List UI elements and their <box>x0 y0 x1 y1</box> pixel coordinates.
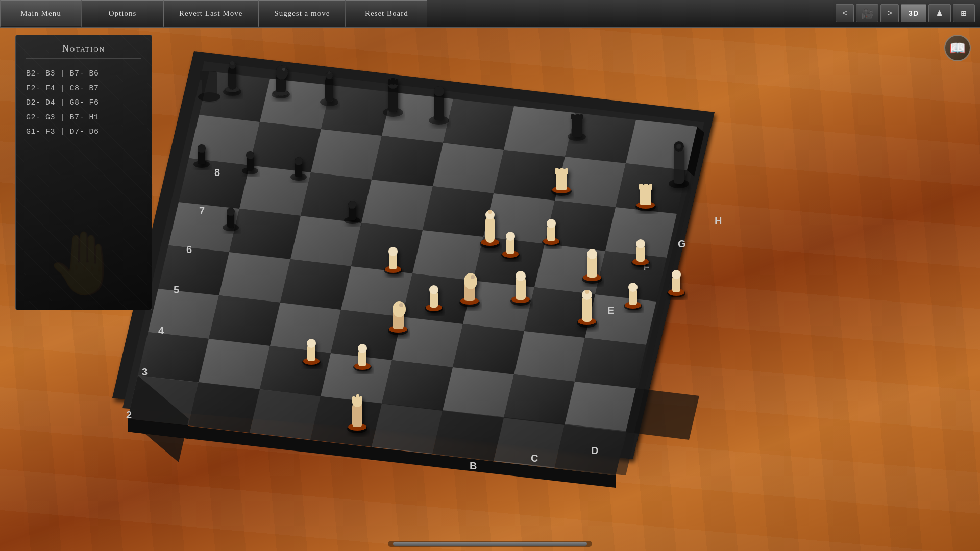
svg-rect-104 <box>325 77 333 102</box>
svg-rect-119 <box>576 114 580 119</box>
main-menu-button[interactable]: Main Menu <box>0 0 82 27</box>
menu-bar: Main Menu Options Revert Last Move Sugge… <box>0 0 980 28</box>
svg-marker-56 <box>504 374 575 425</box>
svg-point-101 <box>276 65 288 80</box>
svg-marker-3 <box>260 79 331 129</box>
svg-rect-108 <box>388 85 398 112</box>
svg-rect-222 <box>565 168 568 174</box>
book-icon-button[interactable]: 📖 <box>944 35 971 61</box>
svg-rect-111 <box>391 78 395 85</box>
svg-marker-34 <box>158 245 229 295</box>
notation-move-3: D2- D4 | G8- F6 <box>26 96 141 111</box>
svg-point-206 <box>628 283 638 292</box>
svg-text:H: H <box>715 215 722 227</box>
svg-rect-112 <box>395 79 398 85</box>
hand-decoration: 🤚 <box>45 228 122 299</box>
checkerboard-icon: ⊞ <box>961 9 967 17</box>
options-button[interactable]: Options <box>82 0 163 27</box>
svg-marker-18 <box>179 158 250 209</box>
notation-move-1: B2- B3 | B7- B6 <box>26 67 141 82</box>
chess-board-svg[interactable]: // This is inline data for SVG generatio… <box>51 10 740 500</box>
3d-mode-button[interactable]: 3D <box>901 4 926 22</box>
scrollbar-thumb[interactable] <box>393 542 587 546</box>
svg-point-92 <box>198 92 220 102</box>
svg-text:6: 6 <box>186 244 192 255</box>
svg-marker-22 <box>423 186 494 237</box>
svg-point-127 <box>198 144 206 153</box>
svg-marker-6 <box>443 99 514 150</box>
svg-text:7: 7 <box>199 205 205 216</box>
nav-forward-button[interactable]: > <box>880 4 899 22</box>
svg-marker-29 <box>351 223 423 273</box>
nav-back-button[interactable]: < <box>836 4 854 22</box>
svg-text:8: 8 <box>214 167 220 178</box>
svg-rect-214 <box>639 184 643 190</box>
svg-rect-91 <box>212 71 216 80</box>
svg-rect-122 <box>674 148 684 184</box>
svg-rect-157 <box>352 396 355 403</box>
svg-marker-9 <box>626 120 697 170</box>
svg-point-189 <box>516 271 526 281</box>
svg-rect-179 <box>485 216 495 243</box>
svg-marker-48 <box>514 331 585 382</box>
svg-point-193 <box>587 249 597 259</box>
svg-point-202 <box>585 290 589 294</box>
svg-text:G: G <box>678 238 686 249</box>
svg-marker-54 <box>382 360 453 411</box>
svg-point-181 <box>488 210 492 214</box>
svg-rect-158 <box>356 394 359 403</box>
right-controls: < 🎥 > 3D ♟ ⊞ <box>836 0 980 27</box>
svg-marker-11 <box>250 122 321 172</box>
svg-point-167 <box>388 247 398 256</box>
svg-marker-41 <box>585 294 656 345</box>
svg-marker-30 <box>412 230 483 281</box>
svg-rect-90 <box>206 71 210 80</box>
svg-rect-220 <box>555 168 559 174</box>
svg-point-171 <box>464 273 477 289</box>
board-icon-button[interactable]: ⊞ <box>953 4 975 22</box>
svg-point-133 <box>295 157 303 165</box>
svg-marker-55 <box>443 367 514 418</box>
svg-marker-7 <box>504 106 575 157</box>
svg-marker-50 <box>138 332 209 382</box>
svg-marker-51 <box>199 339 270 389</box>
svg-point-102 <box>282 68 285 71</box>
svg-marker-36 <box>280 259 351 310</box>
camera-button[interactable]: 🎥 <box>856 4 878 22</box>
svg-marker-14 <box>433 143 504 193</box>
svg-text:C: C <box>531 453 538 464</box>
svg-marker-35 <box>219 252 290 303</box>
svg-marker-13 <box>372 136 443 186</box>
svg-marker-12 <box>311 129 382 180</box>
suggest-move-button[interactable]: Suggest a move <box>258 0 346 27</box>
notation-move-2: F2- F4 | C8- B7 <box>26 82 141 96</box>
svg-point-210 <box>672 270 681 279</box>
svg-text:3: 3 <box>142 366 148 378</box>
revert-last-move-button[interactable]: Revert Last Move <box>163 0 258 27</box>
svg-point-115 <box>434 86 444 96</box>
scrollbar[interactable] <box>388 541 592 547</box>
svg-marker-47 <box>453 324 524 374</box>
svg-marker-57 <box>565 382 636 432</box>
svg-marker-44 <box>270 303 341 353</box>
notation-move-4: G2- G3 | B7- H1 <box>26 111 141 126</box>
chess-board-container[interactable]: // This is inline data for SVG generatio… <box>51 10 740 500</box>
camera-icon: 🎥 <box>861 7 874 19</box>
svg-point-185 <box>547 219 556 228</box>
reset-board-button[interactable]: Reset Board <box>346 0 427 27</box>
svg-rect-118 <box>571 114 575 119</box>
svg-point-97 <box>230 61 234 65</box>
svg-point-152 <box>399 303 403 307</box>
notation-title: Notation <box>26 43 141 59</box>
svg-rect-159 <box>359 396 362 403</box>
svg-marker-20 <box>301 172 372 223</box>
player-icon-button[interactable]: ♟ <box>928 4 951 22</box>
svg-marker-43 <box>209 295 280 346</box>
svg-rect-215 <box>644 184 648 190</box>
svg-point-106 <box>328 71 331 74</box>
svg-point-163 <box>429 285 438 294</box>
svg-point-172 <box>471 275 475 279</box>
svg-point-130 <box>246 151 254 159</box>
svg-text:5: 5 <box>174 284 179 295</box>
svg-point-197 <box>636 239 645 248</box>
